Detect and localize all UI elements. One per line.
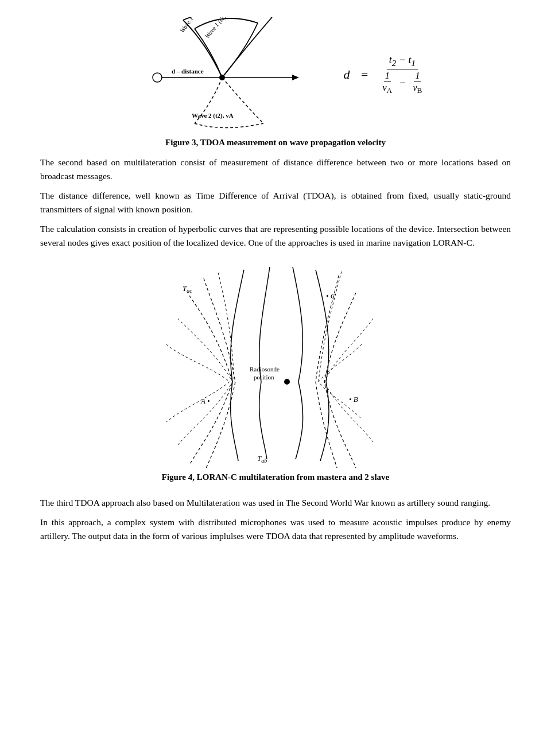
denom-frac-right: 1 vB [412, 71, 423, 95]
paragraph-3-4: The calculation consists in creation of … [40, 222, 511, 250]
loran-svg: Tac • C A • • B Tab Radiosonde position [143, 261, 408, 468]
svg-text:Wave 1 (t2), vB: Wave 1 (t2), vB [203, 17, 234, 40]
svg-text:Wave 1 (t1), vB: Wave 1 (t1), vB [178, 17, 206, 34]
svg-marker-1 [292, 75, 299, 80]
svg-text:Tac: Tac [183, 284, 192, 294]
figure3-caption: Figure 3, TDOA measurement on wave propa… [40, 138, 511, 148]
figure4-caption: Figure 4, LORAN-C multilateration from m… [162, 472, 389, 482]
svg-text:Wave 2 (t2), vA: Wave 2 (t2), vA [192, 112, 234, 119]
svg-text:Radiosonde: Radiosonde [250, 366, 280, 373]
svg-point-2 [153, 73, 162, 82]
paragraph-3: The calculation consists in creation of … [40, 224, 434, 234]
paragraph-1: The second based on multilateration cons… [40, 156, 511, 183]
svg-text:Tab: Tab [257, 454, 267, 464]
svg-text:• B: • B [349, 395, 358, 404]
formula-d: d [344, 67, 350, 82]
denom-frac-left: 1 vA [381, 71, 393, 95]
figure3-container: Wave 1 (t1), vB Wave 1 (t2), vB d – dist… [40, 17, 511, 132]
svg-text:d – distance: d – distance [172, 68, 204, 75]
formula-container: d = t2 − t1 1 vA − 1 vB [344, 54, 426, 96]
formula-equals: = [360, 67, 369, 82]
paragraph-7: The output data in the form of various i… [72, 531, 459, 541]
figure4-container: Tac • C A • • B Tab Radiosonde position [40, 261, 511, 490]
formula-denominator: 1 vA − 1 vB [379, 69, 425, 95]
paragraph-6-7: In this approach, a complex system with … [40, 515, 511, 543]
paragraph-2: The distance difference, well known as T… [40, 189, 511, 216]
svg-text:position: position [254, 374, 274, 381]
wave-diagram: Wave 1 (t1), vB Wave 1 (t2), vB d – dist… [126, 17, 321, 132]
formula-numerator: t2 − t1 [387, 54, 418, 70]
paragraph-5: The third TDOA approach also based on Mu… [40, 496, 511, 510]
formula-fraction: t2 − t1 1 vA − 1 vB [379, 54, 425, 96]
svg-point-15 [284, 379, 290, 385]
